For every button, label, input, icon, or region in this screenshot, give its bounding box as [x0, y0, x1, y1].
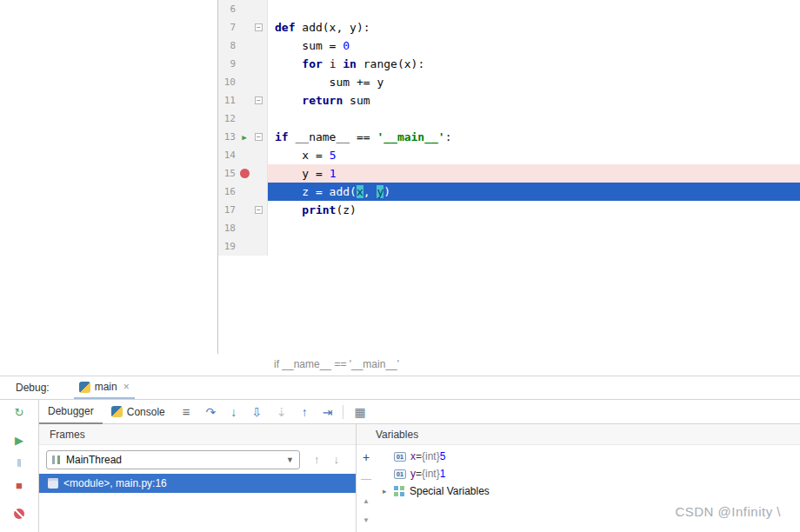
code-text[interactable]: [268, 110, 800, 128]
fold-slot[interactable]: −: [253, 23, 264, 31]
gutter-cell[interactable]: 18: [218, 219, 268, 237]
gutter-cell[interactable]: 8: [218, 37, 268, 55]
code-line[interactable]: 10 sum += y: [218, 73, 800, 91]
code-text[interactable]: [268, 0, 800, 18]
code-editor[interactable]: 67−def add(x, y):8 sum = 09 for i in ran…: [217, 0, 800, 354]
code-text[interactable]: def add(x, y):: [268, 18, 800, 37]
code-text[interactable]: for i in range(x):: [268, 55, 800, 73]
add-watch-icon[interactable]: +: [357, 450, 376, 464]
pause-button[interactable]: ‖: [0, 456, 38, 469]
debug-session-tab[interactable]: main ×: [74, 376, 135, 399]
code-line[interactable]: 8 sum = 0: [218, 37, 800, 55]
stop-button[interactable]: ■: [0, 479, 38, 492]
line-number[interactable]: 9: [218, 58, 236, 70]
code-text[interactable]: z = add(x, y): [268, 183, 800, 201]
code-text[interactable]: sum = 0: [268, 37, 800, 55]
mute-breakpoints-button[interactable]: [0, 509, 38, 522]
remove-watch-icon[interactable]: —: [357, 473, 376, 485]
layout-settings-icon[interactable]: ≡: [183, 404, 190, 419]
tab-debugger[interactable]: Debugger: [39, 400, 103, 424]
thread-selector-dropdown[interactable]: MainThread ▼: [46, 450, 300, 469]
fold-icon[interactable]: −: [255, 96, 263, 104]
fold-icon[interactable]: −: [255, 206, 263, 214]
variable-row[interactable]: 01x = {int} 5: [376, 448, 800, 465]
line-number[interactable]: 12: [218, 113, 236, 124]
resume-button[interactable]: ▶: [0, 434, 38, 447]
gutter-cell[interactable]: 16: [218, 183, 268, 201]
code-line[interactable]: 19: [218, 237, 800, 256]
tab-console[interactable]: Console: [103, 400, 174, 424]
line-number[interactable]: 14: [218, 150, 236, 161]
line-number[interactable]: 15: [218, 168, 236, 179]
breakpoint-icon[interactable]: [240, 169, 250, 178]
gutter-cell[interactable]: 14: [218, 146, 268, 164]
code-line[interactable]: 9 for i in range(x):: [218, 55, 800, 73]
previous-frame-icon[interactable]: ↑: [314, 453, 320, 466]
step-into-icon[interactable]: ↓: [230, 405, 237, 419]
gutter-cell[interactable]: 15: [218, 164, 268, 183]
code-text[interactable]: [268, 237, 800, 256]
fold-slot[interactable]: −: [253, 133, 264, 141]
rerun-button[interactable]: ↻: [0, 406, 38, 419]
gutter-cell[interactable]: 19: [218, 237, 268, 256]
fold-slot[interactable]: −: [253, 206, 264, 214]
step-into-my-code-icon[interactable]: ⇩: [251, 405, 262, 419]
gutter-cell[interactable]: 17−: [218, 201, 268, 219]
code-line[interactable]: 6: [218, 0, 800, 18]
code-line[interactable]: 12: [218, 110, 800, 128]
gutter-cell[interactable]: 10: [218, 73, 268, 91]
line-number[interactable]: 19: [218, 241, 236, 252]
variables-panel-title: Variables: [357, 424, 800, 445]
code-line[interactable]: 11− return sum: [218, 91, 800, 110]
code-line[interactable]: 15 y = 1: [218, 164, 800, 183]
line-number[interactable]: 17: [218, 204, 236, 216]
frame-row[interactable]: <module>, main.py:16: [39, 474, 356, 493]
variable-row[interactable]: ▸Special Variables: [376, 482, 800, 500]
line-number[interactable]: 11: [218, 95, 236, 106]
line-number[interactable]: 18: [218, 223, 236, 234]
line-number[interactable]: 8: [218, 40, 236, 51]
fold-icon[interactable]: −: [255, 23, 263, 31]
gutter-cell[interactable]: 6: [218, 0, 268, 18]
code-line[interactable]: 16 z = add(x, y): [218, 183, 800, 201]
gutter-cell[interactable]: 7−: [218, 18, 268, 37]
scroll-up-icon[interactable]: ▲: [357, 497, 376, 505]
chevron-down-icon[interactable]: ▼: [286, 456, 294, 464]
code-line[interactable]: 18: [218, 219, 800, 237]
fold-icon[interactable]: −: [255, 133, 263, 141]
code-text[interactable]: y = 1: [268, 164, 800, 183]
code-text[interactable]: if __name__ == '__main__':: [268, 128, 800, 146]
gutter-cell[interactable]: 11−: [218, 91, 268, 110]
line-number[interactable]: 16: [218, 186, 236, 197]
gutter-cell[interactable]: 13▶−: [218, 128, 268, 146]
code-text[interactable]: print(z): [268, 201, 800, 219]
code-line[interactable]: 14 x = 5: [218, 146, 800, 164]
line-number[interactable]: 10: [218, 76, 236, 88]
step-over-icon[interactable]: ↷: [206, 405, 217, 419]
code-text[interactable]: [268, 219, 800, 237]
view-layout-icon[interactable]: ▦: [354, 405, 365, 419]
step-out-icon[interactable]: ↑: [302, 405, 308, 419]
code-line[interactable]: 7−def add(x, y):: [218, 18, 800, 37]
line-number[interactable]: 6: [218, 3, 236, 15]
chevron-right-icon[interactable]: ▸: [383, 487, 394, 495]
code-line[interactable]: 13▶−if __name__ == '__main__':: [218, 128, 800, 146]
gutter-cell[interactable]: 12: [218, 110, 268, 128]
variable-row[interactable]: 01y = {int} 1: [376, 465, 800, 482]
next-frame-icon[interactable]: ↓: [334, 453, 340, 466]
line-number[interactable]: 13: [218, 131, 236, 143]
code-text[interactable]: x = 5: [268, 146, 800, 164]
gutter-icon-slot[interactable]: [236, 169, 253, 178]
run-to-cursor-icon[interactable]: ⇥: [323, 405, 333, 419]
gutter-icon-slot[interactable]: ▶: [236, 133, 253, 142]
fold-slot[interactable]: −: [253, 96, 264, 104]
code-text[interactable]: sum += y: [268, 73, 800, 91]
ide-window: 67−def add(x, y):8 sum = 09 for i in ran…: [0, 0, 800, 532]
gutter-cell[interactable]: 9: [218, 55, 268, 73]
line-number[interactable]: 7: [218, 22, 236, 33]
scroll-down-icon[interactable]: ▼: [357, 516, 376, 524]
code-text[interactable]: return sum: [268, 91, 800, 110]
variable-type: {int}: [422, 450, 440, 462]
code-line[interactable]: 17− print(z): [218, 201, 800, 219]
close-tab-icon[interactable]: ×: [123, 381, 130, 393]
